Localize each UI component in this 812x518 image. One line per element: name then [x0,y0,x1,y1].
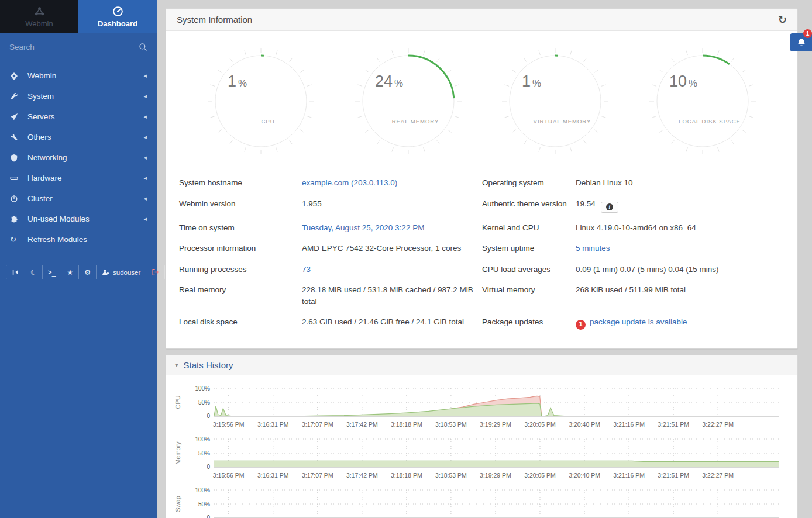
svg-text:3:20:40 PM: 3:20:40 PM [569,472,600,479]
send-icon [10,113,18,121]
svg-text:3:17:42 PM: 3:17:42 PM [346,421,378,428]
svg-text:100%: 100% [195,487,210,493]
sidebar-item-webmin[interactable]: Webmin◂ [0,65,157,86]
terminal-button[interactable]: >_ [42,265,61,279]
info-label: Package updates [482,312,576,334]
info-value[interactable]: 73 [302,259,482,280]
system-information-header: System Information ↻ [166,9,797,31]
search-input[interactable] [9,43,139,51]
svg-text:3:16:31 PM: 3:16:31 PM [257,472,289,479]
chevron-left-icon: ◂ [143,195,147,202]
chevron-left-icon: ◂ [143,215,147,223]
chevron-left-icon: ◂ [143,113,147,120]
sidebar-item-system[interactable]: System◂ [0,86,157,106]
favorites-button[interactable]: ★ [61,265,78,279]
sidebar-item-networking[interactable]: Networking◂ [0,147,157,168]
tab-dashboard-label: Dashboard [98,19,137,28]
svg-text:50%: 50% [198,450,210,457]
package-updates-badge: 1 [576,320,586,330]
info-value: Debian Linux 10 [576,172,785,194]
svg-text:3:18:53 PM: 3:18:53 PM [435,421,467,428]
info-value[interactable]: Tuesday, August 25, 2020 3:22 PM [302,217,482,239]
sidebar-item-servers[interactable]: Servers◂ [0,106,157,127]
info-value: 0.09 (1 min) 0.07 (5 mins) 0.04 (15 mins… [576,259,785,280]
sidebar-item-label: Servers [27,112,55,121]
theme-settings-button-icon: ⚙ [84,269,91,276]
svg-text:3:17:42 PM: 3:17:42 PM [346,472,378,479]
power-icon [10,195,18,203]
shield-icon [10,154,18,162]
puzzle-icon [10,215,18,223]
info-label: Authentic theme version [482,194,576,217]
refresh-icon[interactable]: ↻ [778,15,787,25]
svg-text:3:15:56 PM: 3:15:56 PM [213,472,245,479]
sidebar-item-label: System [27,92,54,101]
info-label: Processor information [179,238,302,259]
collapse-sidebar-button[interactable] [6,265,25,279]
gauges-row: 1% CPU 24% REAL MEMORY 1% VIRTUAL MEMORY… [166,31,797,157]
sidebar-item-label: Others [27,133,51,141]
stats-chart-memory: 100%50%03:15:56 PM3:16:31 PM3:17:07 PM3:… [171,434,782,480]
sidebar-item-cluster[interactable]: Cluster◂ [0,188,157,209]
gauge-label: VIRTUAL MEMORY [534,118,591,125]
notifications-button[interactable]: 1 [790,33,812,51]
page-title: System Information [177,15,252,25]
tab-webmin[interactable]: Webmin [0,0,78,33]
stats-charts: 100%50%03:15:56 PM3:16:31 PM3:17:07 PM3:… [166,375,797,518]
info-value[interactable]: example.com (203.0.113.0) [302,172,482,194]
tab-webmin-label: Webmin [25,19,53,28]
gauge-real-memory: 24% REAL MEMORY [352,45,465,157]
terminal-button-icon: >_ [48,269,56,276]
sidebar-item-un-used-modules[interactable]: Un-used Modules◂ [0,209,157,229]
chevron-left-icon: ◂ [143,72,147,80]
system-info-table: System hostnameexample.com (203.0.113.0)… [166,157,797,348]
tab-dashboard[interactable]: Dashboard [78,0,157,33]
dashboard-gauge-icon [112,6,123,17]
info-label: CPU load averages [482,259,576,280]
user-button[interactable]: sudouser [96,265,146,279]
theme-info-button[interactable]: i [601,202,618,213]
chevron-left-icon: ◂ [143,133,147,141]
theme-settings-button[interactable]: ⚙ [78,265,96,279]
info-value[interactable]: 5 minutes [576,238,785,259]
svg-text:3:19:29 PM: 3:19:29 PM [480,421,511,428]
svg-text:Memory: Memory [174,441,181,465]
svg-text:3:21:16 PM: 3:21:16 PM [613,472,645,479]
stats-history-header[interactable]: ▾ Stats History [166,355,797,375]
gauge-virtual-memory: 1% VIRTUAL MEMORY [499,45,611,157]
sidebar-item-hardware[interactable]: Hardware◂ [0,168,157,188]
svg-text:0: 0 [207,464,210,470]
search-icon[interactable] [139,43,147,51]
wrench-icon [10,92,18,101]
main-content: System Information ↻ 1% CPU 24% REAL MEM… [157,0,812,518]
logged-in-user-label: sudouser [113,269,140,276]
sidebar-item-label: Networking [27,153,67,162]
gauge-cpu: 1% CPU [205,45,317,157]
user-icon [102,268,109,276]
info-label: Running processes [179,259,302,280]
sidebar-item-others[interactable]: Others◂ [0,127,157,147]
svg-text:3:18:53 PM: 3:18:53 PM [435,472,467,479]
stats-chart-swap: 100%50%03:15:56 PM3:16:31 PM3:17:07 PM3:… [171,485,782,518]
info-label: Kernel and CPU [482,217,576,239]
svg-text:3:17:07 PM: 3:17:07 PM [302,421,333,428]
svg-text:3:15:56 PM: 3:15:56 PM [213,421,245,428]
svg-text:100%: 100% [195,436,210,443]
info-value[interactable]: 19.54i [576,194,785,217]
svg-text:0: 0 [207,514,210,518]
bell-icon [797,38,806,47]
gauge-local-disk-space: 10% LOCAL DISK SPACE [646,45,759,157]
gauge-percent: 1% [522,72,541,90]
info-label: Time on system [179,217,302,239]
collapse-icon [12,268,19,276]
info-value: 1.955 [302,194,482,217]
gauge-percent: 10% [669,72,697,90]
info-value[interactable]: 1package update is available [576,312,785,334]
night-mode-button-icon: ☾ [30,269,37,276]
gauge-label: CPU [261,118,274,125]
sidebar-item-refresh-modules[interactable]: ↻Refresh Modules [0,229,157,250]
night-mode-button[interactable]: ☾ [25,265,42,279]
gear-icon [10,72,18,80]
svg-text:3:18:18 PM: 3:18:18 PM [391,472,422,479]
sidebar-menu: Webmin◂System◂Servers◂Others◂Networking◂… [0,65,157,250]
